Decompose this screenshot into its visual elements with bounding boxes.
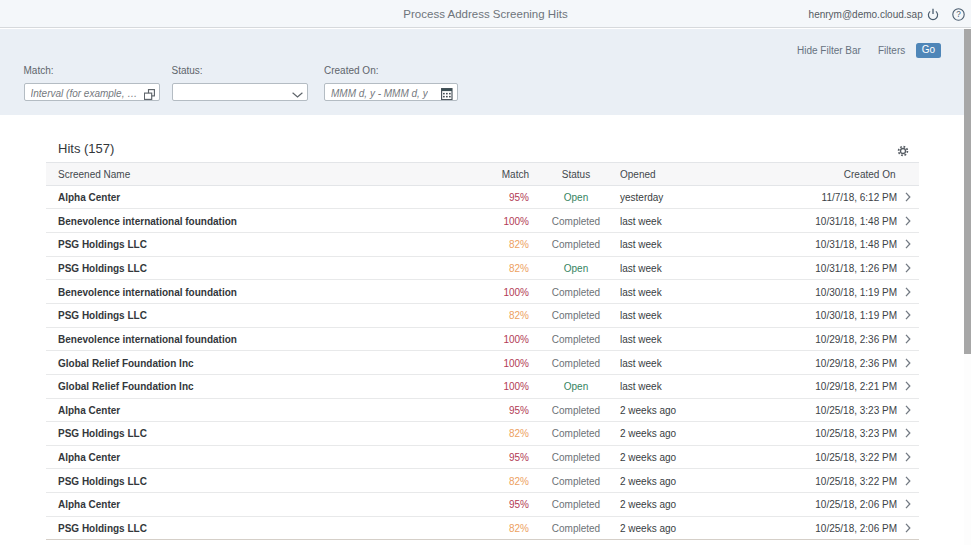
svg-text:?: ? bbox=[956, 10, 961, 19]
